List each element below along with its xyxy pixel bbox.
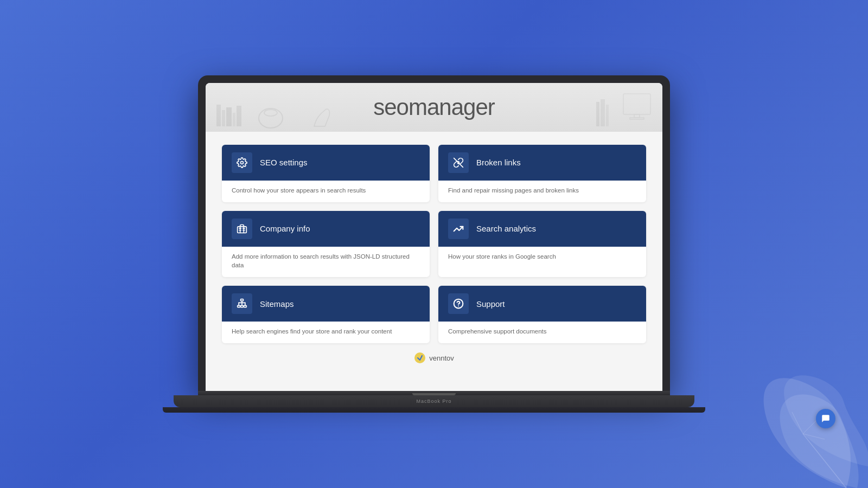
chat-icon [821, 414, 831, 423]
search-analytics-header: Search analytics [438, 211, 646, 247]
sitemaps-description: Help search engines find your store and … [222, 322, 430, 343]
svg-point-10 [264, 110, 277, 116]
seo-settings-description: Control how your store appears in search… [222, 181, 430, 202]
leaf-decoration [749, 369, 868, 488]
support-card[interactable]: Support Comprehensive support documents [438, 286, 646, 343]
broken-link-icon [448, 152, 469, 173]
svg-point-35 [414, 352, 425, 363]
search-analytics-description: How your store ranks in Google search [438, 247, 646, 268]
screen-content: SEO settings Control how your store appe… [206, 132, 662, 391]
screen-header: seomanager [206, 83, 662, 132]
svg-rect-13 [606, 105, 609, 126]
app-title: seomanager [373, 94, 494, 120]
laptop: seomanager [163, 75, 705, 413]
laptop-feet [163, 407, 705, 413]
broken-links-description: Find and repair missing pages and broken… [438, 181, 646, 202]
svg-rect-8 [237, 106, 241, 126]
svg-rect-7 [233, 113, 235, 126]
company-info-header: Company info [222, 211, 430, 247]
svg-rect-19 [238, 227, 247, 233]
svg-rect-4 [216, 105, 221, 126]
laptop-screen: seomanager [206, 83, 662, 391]
seo-settings-card[interactable]: SEO settings Control how your store appe… [222, 145, 430, 202]
app-title-seo: seo [373, 94, 409, 120]
search-analytics-title: Search analytics [476, 224, 536, 233]
company-info-title: Company info [260, 224, 310, 233]
screen-footer: venntov [222, 343, 646, 375]
company-info-card[interactable]: Company info Add more information to sea… [222, 211, 430, 277]
venntov-brand-text: venntov [429, 354, 454, 362]
svg-rect-5 [222, 110, 225, 126]
app-title-manager: manager [409, 94, 495, 120]
support-header: Support [438, 286, 646, 322]
laptop-screen-outer: seomanager [198, 75, 670, 391]
svg-point-17 [241, 161, 244, 164]
svg-rect-14 [623, 94, 650, 114]
broken-links-card[interactable]: Broken links Find and repair missing pag… [438, 145, 646, 202]
venntov-logo: venntov [414, 352, 454, 364]
laptop-base: MacBook Pro [174, 395, 694, 407]
company-icon [232, 219, 252, 239]
svg-rect-15 [634, 114, 640, 118]
laptop-hinge [198, 391, 670, 395]
venntov-logo-icon [414, 352, 426, 364]
svg-point-9 [259, 108, 283, 128]
svg-rect-16 [630, 118, 644, 119]
seo-settings-header: SEO settings [222, 145, 430, 181]
support-title: Support [476, 299, 505, 309]
features-grid: SEO settings Control how your store appe… [222, 145, 646, 343]
search-analytics-card[interactable]: Search analytics How your store ranks in… [438, 211, 646, 277]
analytics-icon [448, 219, 469, 239]
broken-links-title: Broken links [476, 158, 521, 167]
seo-settings-title: SEO settings [260, 158, 308, 167]
svg-rect-12 [601, 99, 605, 126]
support-icon [448, 293, 469, 314]
sitemaps-title: Sitemaps [260, 299, 294, 309]
svg-rect-11 [596, 102, 599, 126]
sitemaps-card[interactable]: Sitemaps Help search engines find your s… [222, 286, 430, 343]
laptop-model-label: MacBook Pro [416, 399, 451, 404]
chat-button[interactable] [816, 409, 835, 428]
support-description: Comprehensive support documents [438, 322, 646, 343]
sitemap-icon [232, 293, 252, 314]
svg-rect-6 [226, 107, 232, 126]
gear-icon [232, 152, 252, 173]
sitemaps-header: Sitemaps [222, 286, 430, 322]
company-info-description: Add more information to search results w… [222, 247, 430, 277]
broken-links-header: Broken links [438, 145, 646, 181]
